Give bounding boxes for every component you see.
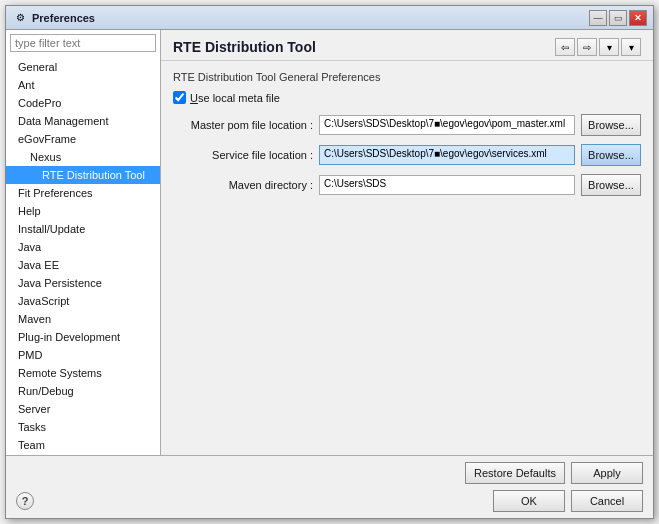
panel-header: RTE Distribution Tool ⇦ ⇨ ▾ ▾ xyxy=(161,30,653,61)
field-label-maven-dir: Maven directory : xyxy=(173,179,313,191)
sidebar-item-plugin-development[interactable]: Plug-in Development xyxy=(6,328,160,346)
menu-button[interactable]: ▾ xyxy=(621,38,641,56)
sidebar-item-java-persistence[interactable]: Java Persistence xyxy=(6,274,160,292)
field-input-maven-dir[interactable]: C:\Users\SDS xyxy=(319,175,575,195)
help-icon-area: ? xyxy=(16,492,487,510)
browse-button-master-pom[interactable]: Browse... xyxy=(581,114,641,136)
sidebar-item-help[interactable]: Help xyxy=(6,202,160,220)
maximize-button[interactable]: ▭ xyxy=(609,10,627,26)
sidebar-item-server[interactable]: Server xyxy=(6,400,160,418)
sidebar-item-rte-distribution-tool[interactable]: RTE Distribution Tool xyxy=(6,166,160,184)
cancel-button[interactable]: Cancel xyxy=(571,490,643,512)
right-panel: RTE Distribution Tool ⇦ ⇨ ▾ ▾ RTE Distri… xyxy=(161,30,653,455)
local-meta-label[interactable]: Use local meta file xyxy=(190,92,280,104)
sidebar-item-pmd[interactable]: PMD xyxy=(6,346,160,364)
field-label-master-pom: Master pom file location : xyxy=(173,119,313,131)
sidebar-item-run-debug[interactable]: Run/Debug xyxy=(6,382,160,400)
filter-input[interactable] xyxy=(10,34,156,52)
section-title: RTE Distribution Tool General Preference… xyxy=(173,71,641,83)
panel-toolbar: ⇦ ⇨ ▾ ▾ xyxy=(555,38,641,56)
field-input-service-file[interactable]: C:\Users\SDS\Desktop\7■\egov\egov\servic… xyxy=(319,145,575,165)
ok-cancel-row: ? OK Cancel xyxy=(16,490,643,512)
sidebar-item-java[interactable]: Java xyxy=(6,238,160,256)
panel-title: RTE Distribution Tool xyxy=(173,39,316,55)
sidebar-item-tasks[interactable]: Tasks xyxy=(6,418,160,436)
main-content: GeneralAntCodeProData ManagementeGovFram… xyxy=(6,30,653,455)
field-label-service-file: Service file location : xyxy=(173,149,313,161)
sidebar-item-ant[interactable]: Ant xyxy=(6,76,160,94)
close-button[interactable]: ✕ xyxy=(629,10,647,26)
sidebar-item-codepro[interactable]: CodePro xyxy=(6,94,160,112)
sidebar-item-egovframe[interactable]: eGovFrame xyxy=(6,130,160,148)
help-button[interactable]: ? xyxy=(16,492,34,510)
sidebar: GeneralAntCodeProData ManagementeGovFram… xyxy=(6,30,161,455)
browse-button-maven-dir[interactable]: Browse... xyxy=(581,174,641,196)
sidebar-item-data-management[interactable]: Data Management xyxy=(6,112,160,130)
browse-button-service-file[interactable]: Browse... xyxy=(581,144,641,166)
apply-button[interactable]: Apply xyxy=(571,462,643,484)
sidebar-item-remote-systems[interactable]: Remote Systems xyxy=(6,364,160,382)
field-row-master-pom: Master pom file location :C:\Users\SDS\D… xyxy=(173,114,641,136)
sidebar-item-install-update[interactable]: Install/Update xyxy=(6,220,160,238)
restore-apply-row: Restore Defaults Apply xyxy=(16,462,643,484)
minimize-button[interactable]: — xyxy=(589,10,607,26)
restore-defaults-button[interactable]: Restore Defaults xyxy=(465,462,565,484)
sidebar-item-nexus[interactable]: Nexus xyxy=(6,148,160,166)
ok-button[interactable]: OK xyxy=(493,490,565,512)
sidebar-item-general[interactable]: General xyxy=(6,58,160,76)
fields-container: Master pom file location :C:\Users\SDS\D… xyxy=(173,114,641,196)
tree-container: GeneralAntCodeProData ManagementeGovFram… xyxy=(6,56,160,455)
dropdown-button[interactable]: ▾ xyxy=(599,38,619,56)
title-bar: ⚙ Preferences — ▭ ✕ xyxy=(6,6,653,30)
bottom-bar: Restore Defaults Apply ? OK Cancel xyxy=(6,455,653,518)
sidebar-item-javascript[interactable]: JavaScript xyxy=(6,292,160,310)
local-meta-checkbox[interactable] xyxy=(173,91,186,104)
back-button[interactable]: ⇦ xyxy=(555,38,575,56)
forward-button[interactable]: ⇨ xyxy=(577,38,597,56)
sidebar-item-team[interactable]: Team xyxy=(6,436,160,454)
preferences-dialog: ⚙ Preferences — ▭ ✕ GeneralAntCodeProDat… xyxy=(5,5,654,519)
sidebar-item-maven[interactable]: Maven xyxy=(6,310,160,328)
window-icon: ⚙ xyxy=(12,10,28,26)
field-row-maven-dir: Maven directory :C:\Users\SDSBrowse... xyxy=(173,174,641,196)
sidebar-item-fit-preferences[interactable]: Fit Preferences xyxy=(6,184,160,202)
field-input-master-pom[interactable]: C:\Users\SDS\Desktop\7■\egov\egov\pom_ma… xyxy=(319,115,575,135)
window-title: Preferences xyxy=(32,12,589,24)
panel-content: RTE Distribution Tool General Preference… xyxy=(161,61,653,455)
window-controls: — ▭ ✕ xyxy=(589,10,647,26)
checkbox-row: Use local meta file xyxy=(173,91,641,104)
field-row-service-file: Service file location :C:\Users\SDS\Desk… xyxy=(173,144,641,166)
sidebar-item-java-ee[interactable]: Java EE xyxy=(6,256,160,274)
